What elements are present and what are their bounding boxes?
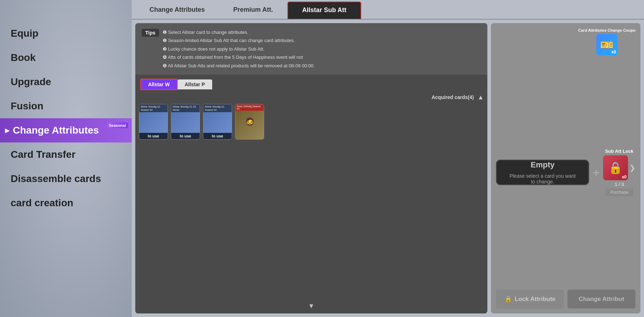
- lock-icon: 🔒: [504, 295, 512, 303]
- card-item-4[interactable]: Dean Shindig Season 04 🧔: [235, 104, 264, 140]
- tab-change-attributes[interactable]: Change Attributes: [135, 2, 219, 19]
- sidebar-item-card-creation[interactable]: card creation: [0, 191, 132, 215]
- sidebar-item-equip[interactable]: Equip: [0, 21, 132, 46]
- tab-bar: Change Attributes Premium Att. Allstar S…: [132, 0, 644, 20]
- sidebar-item-disassemble[interactable]: Disassemble cards: [0, 167, 132, 191]
- plus-sign: +: [593, 166, 600, 179]
- tips-label: Tips: [142, 29, 159, 37]
- coupon-icon: 🎫 x0: [596, 34, 618, 55]
- sidebar-item-card-transfer[interactable]: Card Transfer: [0, 142, 132, 167]
- sidebar-nav: Equip Book Upgrade Fusion Change Attribu…: [0, 21, 132, 215]
- sub-att-label: Sub Att Lock: [605, 149, 634, 154]
- sub-att-icon-row: 🔒 x0 ❯: [603, 155, 635, 180]
- sub-att-box: Sub Att Lock 🔒 x0 ❯ 1 / 3 Purchase: [603, 149, 635, 196]
- bottom-buttons: 🔒 Lock Attribute Change Attribut: [496, 290, 635, 308]
- sub-tab-allstar-w[interactable]: Allstar W: [140, 79, 178, 90]
- sidebar-item-upgrade[interactable]: Upgrade: [0, 70, 132, 94]
- change-attribute-button[interactable]: Change Attribut: [567, 290, 635, 308]
- seasonal-badge: Seasonal: [107, 123, 128, 128]
- chevron-right-icon[interactable]: ❯: [629, 163, 635, 172]
- empty-title: Empty: [531, 160, 555, 170]
- card-item-3[interactable]: Allstar Shindig S1 Season 04 In use: [203, 104, 232, 140]
- coupon-row: Card Attributes Change Coupo 🎫 x0: [496, 28, 635, 55]
- tips-content: ❶ Select Allstar card to change attribut…: [163, 28, 315, 70]
- card-label-top-2: Allstar Shindig S1 S2 World: [171, 104, 200, 112]
- coupon-label: Card Attributes Change Coupo: [578, 28, 635, 32]
- card-grid-area: Acquired cards(4) ▲ Allstar Shindig S1 S…: [135, 90, 487, 313]
- tips-header: Tips ❶ Select Allstar card to change att…: [142, 28, 481, 70]
- card-in-use-1: In use: [139, 133, 168, 139]
- coupon-count: x0: [611, 50, 616, 54]
- scroll-up-icon[interactable]: ▲: [477, 94, 484, 101]
- sub-tab-allstar-p[interactable]: Allstar P: [178, 79, 212, 89]
- scroll-down-icon[interactable]: ▼: [139, 302, 484, 310]
- sidebar-item-book[interactable]: Book: [0, 46, 132, 70]
- card-label-top-1: Allstar Shindig S1 Season 04: [139, 104, 168, 112]
- card-row: Allstar Shindig S1 Season 04 In use Alls…: [139, 104, 484, 140]
- lock-attribute-button[interactable]: 🔒 Lock Attribute: [496, 290, 564, 308]
- card-label-top-3: Allstar Shindig S1 Season 04: [203, 104, 232, 112]
- empty-card-area: Empty Please select a card you wantto ch…: [496, 160, 589, 185]
- sub-tab-row: Allstar W Allstar P: [135, 75, 487, 90]
- sub-att-icon: 🔒 x0: [603, 155, 628, 180]
- purchase-button[interactable]: Purchase: [605, 188, 633, 196]
- empty-subtitle: Please select a card you wantto change.: [509, 173, 576, 185]
- sub-att-count: x0: [622, 175, 627, 180]
- main-content: Change Attributes Premium Att. Allstar S…: [132, 0, 644, 317]
- sidebar: Equip Book Upgrade Fusion Change Attribu…: [0, 0, 132, 317]
- left-panel: Tips ❶ Select Allstar card to change att…: [135, 23, 487, 313]
- card-in-use-3: In use: [203, 133, 232, 139]
- sub-att-fraction: 1 / 3: [615, 182, 624, 187]
- sidebar-item-change-attributes[interactable]: Change Attributes Seasonal: [0, 118, 132, 142]
- card-in-use-2: In use: [171, 133, 200, 139]
- tab-allstar-sub-att[interactable]: Allstar Sub Att: [287, 1, 361, 19]
- acquired-header: Acquired cards(4) ▲: [139, 94, 484, 101]
- coupon-box: Card Attributes Change Coupo 🎫 x0: [578, 28, 635, 55]
- card-item-1[interactable]: Allstar Shindig S1 Season 04 In use: [139, 104, 168, 140]
- card-plus-row: Empty Please select a card you wantto ch…: [496, 59, 635, 285]
- right-panel: Card Attributes Change Coupo 🎫 x0 Empty …: [491, 23, 640, 313]
- card-item-2[interactable]: Allstar Shindig S1 S2 World In use: [171, 104, 200, 140]
- sidebar-item-fusion[interactable]: Fusion: [0, 94, 132, 118]
- tips-box: Tips ❶ Select Allstar card to change att…: [135, 23, 487, 75]
- body-area: Tips ❶ Select Allstar card to change att…: [132, 20, 644, 317]
- card-red-label-4: Dean Shindig Season 04: [235, 104, 264, 111]
- tab-premium-att[interactable]: Premium Att.: [219, 2, 287, 19]
